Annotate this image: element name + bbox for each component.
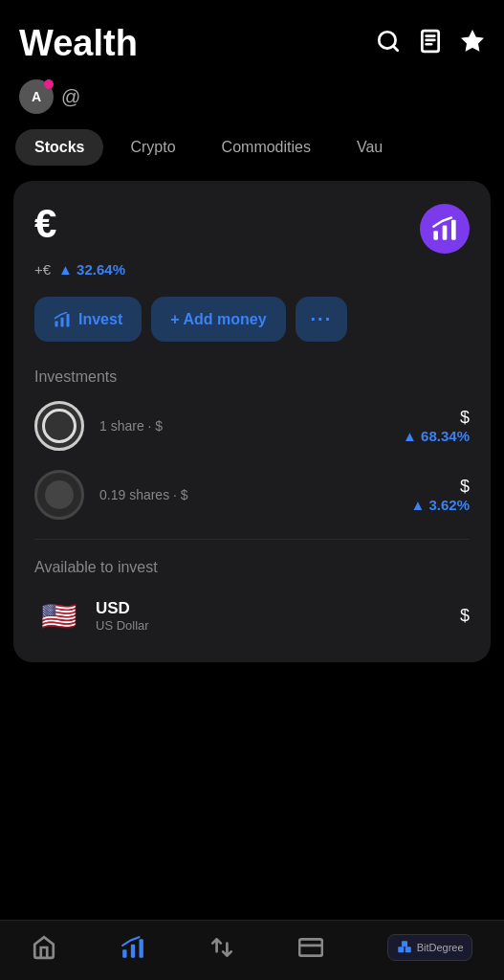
- portfolio-header: €: [34, 204, 470, 254]
- tab-commodities[interactable]: Commodities: [203, 129, 330, 166]
- available-label: Available to invest: [34, 559, 470, 576]
- svg-rect-10: [55, 321, 58, 326]
- tab-crypto[interactable]: Crypto: [111, 129, 194, 166]
- add-money-button[interactable]: + Add money: [151, 297, 285, 342]
- nav-home[interactable]: [32, 935, 56, 960]
- investment-value-2: $ ▲ 3.62%: [410, 477, 470, 513]
- investment-item-1[interactable]: 1 share · $ $ ▲ 68.34%: [34, 401, 470, 451]
- svg-rect-16: [299, 939, 322, 955]
- investment-item-2[interactable]: 0.19 shares · $ $ ▲ 3.62%: [34, 470, 470, 520]
- at-symbol: @: [61, 86, 80, 108]
- svg-rect-13: [122, 949, 126, 958]
- bitdegree-badge[interactable]: BitDegree: [387, 934, 472, 961]
- user-row: A @: [0, 76, 504, 129]
- svg-rect-14: [131, 945, 135, 958]
- svg-rect-9: [451, 220, 456, 240]
- svg-rect-12: [67, 314, 70, 327]
- investment-shares-1: 1 share · $: [99, 418, 387, 434]
- svg-rect-15: [140, 939, 143, 958]
- svg-rect-11: [61, 317, 64, 326]
- currency-name-usd: USD: [96, 599, 447, 618]
- investment-change-1: ▲ 68.34%: [403, 428, 470, 444]
- tab-vau[interactable]: Vau: [338, 129, 402, 166]
- tab-stocks[interactable]: Stocks: [15, 129, 103, 166]
- svg-rect-19: [405, 947, 410, 952]
- gain-percent: ▲ 32.64%: [58, 261, 125, 278]
- invest-button[interactable]: Invest: [34, 297, 142, 342]
- document-icon[interactable]: [418, 29, 443, 59]
- svg-rect-20: [402, 941, 407, 947]
- bottom-nav: BitDegree: [0, 920, 504, 980]
- investment-dollar-2: $: [410, 477, 470, 497]
- search-icon[interactable]: [376, 29, 401, 59]
- avatar[interactable]: A: [19, 79, 54, 114]
- nav-chart[interactable]: [121, 935, 145, 960]
- more-label: ···: [311, 308, 333, 330]
- svg-marker-6: [462, 31, 483, 51]
- portfolio-chart-button[interactable]: [420, 204, 470, 254]
- usd-flag: 🇺🇸: [34, 591, 82, 639]
- action-buttons: Invest + Add money ···: [34, 297, 470, 342]
- nav-card[interactable]: [298, 935, 323, 960]
- investment-dollar-1: $: [403, 408, 470, 428]
- investment-logo-2: [34, 470, 84, 520]
- app-title: Wealth: [19, 23, 138, 64]
- gain-row: +€ ▲ 32.64%: [34, 261, 470, 278]
- investment-change-2: ▲ 3.62%: [410, 497, 470, 513]
- investment-info-2: 0.19 shares · $: [99, 487, 395, 502]
- investment-info-1: 1 share · $: [99, 418, 387, 434]
- available-section: Available to invest 🇺🇸 USD US Dollar $: [34, 559, 470, 639]
- currency-details-usd: USD US Dollar: [96, 599, 447, 633]
- gain-prefix: +€: [34, 261, 51, 278]
- svg-rect-8: [443, 226, 448, 240]
- nav-swap[interactable]: [209, 935, 234, 960]
- investment-value-1: $ ▲ 68.34%: [403, 408, 470, 444]
- svg-rect-7: [433, 231, 438, 239]
- bitdegree-label: BitDegree: [417, 942, 464, 953]
- currency-item-usd[interactable]: 🇺🇸 USD US Dollar $: [34, 591, 470, 639]
- investment-shares-2: 0.19 shares · $: [99, 487, 395, 502]
- avatar-label: A: [32, 89, 41, 104]
- main-card: € +€ ▲ 32.64% Invest + Add money: [13, 181, 491, 662]
- add-money-label: + Add money: [170, 311, 266, 328]
- currency-symbol: €: [34, 204, 56, 244]
- invest-label: Invest: [78, 311, 122, 328]
- svg-line-1: [393, 46, 398, 51]
- header: Wealth: [0, 0, 504, 76]
- more-button[interactable]: ···: [296, 297, 348, 342]
- star-icon[interactable]: [460, 29, 485, 59]
- investment-logo-1: [34, 401, 84, 451]
- header-icons: [376, 29, 485, 59]
- divider: [34, 539, 470, 540]
- currency-amount-usd: $: [460, 606, 470, 626]
- avatar-notification-dot: [44, 79, 54, 89]
- currency-full-usd: US Dollar: [96, 618, 447, 633]
- svg-rect-18: [398, 947, 404, 952]
- investments-section-label: Investments: [34, 368, 470, 386]
- tab-bar: Stocks Crypto Commodities Vau: [0, 129, 504, 166]
